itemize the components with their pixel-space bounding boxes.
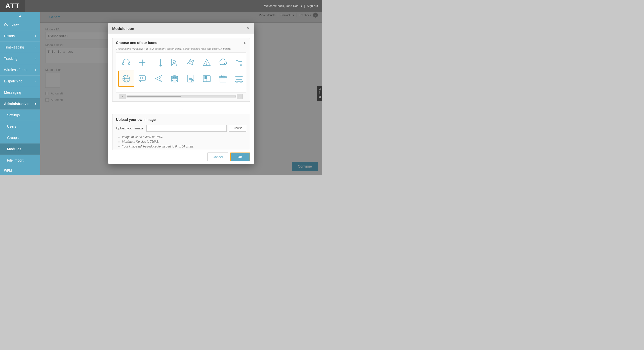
wfm-label: WFM [0, 166, 40, 175]
sidebar-item-label: Tracking [4, 57, 17, 61]
sidebar-item-administrative[interactable]: Administrative ▾ [0, 98, 40, 110]
upload-row: Upload your image: Browse [116, 125, 246, 132]
svg-point-40 [236, 81, 238, 82]
icon-cell-cloud[interactable] [215, 55, 231, 71]
sidebar-item-label: Timekeeping [4, 45, 24, 49]
chevron-right-icon: › [35, 57, 36, 60]
main-layout: ▲ Overview History › Timekeeping › Track… [0, 12, 322, 175]
modal-close-button[interactable]: ✕ [246, 26, 250, 31]
choose-icons-section: Choose one of our icons ▲ These icons wi… [112, 38, 250, 102]
icon-cell-headphones[interactable] [118, 55, 134, 71]
icon-cell-speech-bubble[interactable] [134, 71, 150, 87]
choose-icons-subtitle: These icons will display in your company… [112, 47, 250, 52]
icon-grid-scroll-right[interactable]: › [237, 94, 243, 99]
icon-grid-scrollbar: ‹ › [116, 92, 246, 99]
modal-header: Module icon ✕ [108, 23, 254, 34]
welcome-text: Welcome back, John Doe [264, 4, 299, 8]
chevron-down-icon[interactable]: ▾ [301, 4, 302, 8]
chevron-right-icon: › [35, 68, 36, 72]
brand-logo: ATT [0, 0, 25, 12]
top-bar: ATT Welcome back, John Doe ▾ | Sign out [0, 0, 322, 12]
icon-grid-container: ‹ › [112, 52, 250, 102]
icon-cell-airplane2[interactable] [150, 71, 167, 87]
upload-label: Upload your image: [116, 126, 144, 130]
sidebar-item-label: Settings [7, 113, 20, 117]
sidebar-item-groups[interactable]: Groups [0, 132, 40, 143]
sidebar-item-dispatching[interactable]: Dispatching › [0, 76, 40, 87]
svg-point-41 [240, 81, 242, 82]
icon-cell-book[interactable] [199, 71, 215, 87]
sidebar-item-label: File import [7, 158, 23, 162]
sign-out-link[interactable]: Sign out [307, 4, 318, 8]
ok-button[interactable]: OK [230, 153, 250, 161]
sidebar-item-users[interactable]: Users [0, 121, 40, 132]
svg-point-8 [173, 60, 176, 63]
icon-grid [116, 53, 246, 89]
browse-button[interactable]: Browse [229, 125, 246, 132]
sidebar-item-wireless-forms[interactable]: Wireless forms › [0, 64, 40, 76]
svg-rect-22 [142, 78, 143, 79]
chevron-right-icon: › [35, 79, 36, 83]
sidebar-item-history[interactable]: History › [0, 30, 40, 42]
upload-file-input[interactable] [146, 125, 227, 132]
icon-grid-scroll-track[interactable] [127, 95, 236, 97]
choose-icons-header: Choose one of our icons ▲ [112, 38, 250, 47]
sidebar-item-label: Messaging [4, 90, 21, 94]
sidebar-item-label: Users [7, 124, 16, 128]
chevron-down-icon: ▾ [35, 102, 36, 106]
sidebar-item-timekeeping[interactable]: Timekeeping › [0, 42, 40, 53]
upload-note-1: Image must be a JPG or PNG. [122, 135, 246, 139]
sidebar-item-tracking[interactable]: Tracking › [0, 53, 40, 64]
sidebar-scroll-up[interactable]: ▲ [0, 12, 40, 19]
icon-cell-contact[interactable] [167, 55, 183, 71]
upload-section: Upload your own image Upload your image:… [112, 114, 250, 150]
icon-grid-scroll-thumb [127, 96, 181, 97]
sidebar: ▲ Overview History › Timekeeping › Track… [0, 12, 40, 175]
module-icon-modal: Module icon ✕ Choose one of our icons ▲ … [108, 23, 254, 164]
scroll-up-icon[interactable]: ▲ [243, 41, 246, 45]
choose-icons-title: Choose one of our icons [116, 41, 157, 45]
upload-notes: Image must be a JPG or PNG. Maximum file… [116, 135, 246, 150]
icon-grid-scroll[interactable] [116, 52, 246, 92]
icon-cell-bus[interactable] [231, 71, 246, 87]
icon-cell-invoice[interactable] [183, 71, 199, 87]
sidebar-item-label: Overview [4, 23, 19, 27]
icon-cell-warning[interactable] [199, 55, 215, 71]
sidebar-item-messaging[interactable]: Messaging [0, 87, 40, 98]
svg-point-11 [207, 64, 207, 65]
svg-rect-4 [156, 59, 160, 65]
sidebar-item-overview[interactable]: Overview [0, 19, 40, 30]
sidebar-item-label: Dispatching [4, 79, 22, 83]
upload-note-3: Your image will be reduced/enlarged to 6… [122, 144, 246, 149]
svg-rect-7 [172, 59, 177, 66]
sidebar-item-file-import[interactable]: File import [0, 155, 40, 166]
modal-footer: Cancel OK [108, 150, 254, 164]
icon-cell-add-document[interactable] [150, 55, 167, 71]
svg-rect-21 [140, 78, 141, 79]
modal-overlay[interactable]: Module icon ✕ Choose one of our icons ▲ … [40, 12, 322, 175]
or-divider: or [112, 106, 250, 114]
icon-cell-plus[interactable] [134, 55, 150, 71]
sidebar-item-label: Wireless forms [4, 68, 27, 72]
icon-cell-folder-settings[interactable] [231, 55, 246, 71]
icon-cell-gift[interactable] [215, 71, 231, 87]
sidebar-item-label: Groups [7, 136, 19, 140]
content-area: General Module ID: Module descr This is … [40, 12, 322, 175]
icon-cell-globe[interactable] [118, 71, 134, 87]
cancel-button[interactable]: Cancel [207, 153, 228, 161]
modal-title: Module icon [112, 26, 134, 31]
sidebar-item-settings[interactable]: Settings [0, 110, 40, 121]
icon-cell-barrel[interactable] [167, 71, 183, 87]
top-bar-right: Welcome back, John Doe ▾ | Sign out [264, 4, 318, 8]
sidebar-item-modules[interactable]: Modules [0, 143, 40, 155]
upload-title: Upload your own image [116, 118, 246, 122]
sidebar-item-label: Modules [7, 147, 21, 151]
modal-body: Choose one of our icons ▲ These icons wi… [108, 34, 254, 150]
sidebar-item-label: History [4, 34, 15, 38]
chevron-right-icon: › [35, 34, 36, 38]
chevron-right-icon: › [35, 45, 36, 49]
upload-note-2: Maximum file size is 750kB. [122, 139, 246, 144]
icon-cell-airplane[interactable] [183, 55, 199, 71]
icon-grid-scroll-left[interactable]: ‹ [119, 94, 126, 99]
brand-text: ATT [5, 2, 20, 10]
